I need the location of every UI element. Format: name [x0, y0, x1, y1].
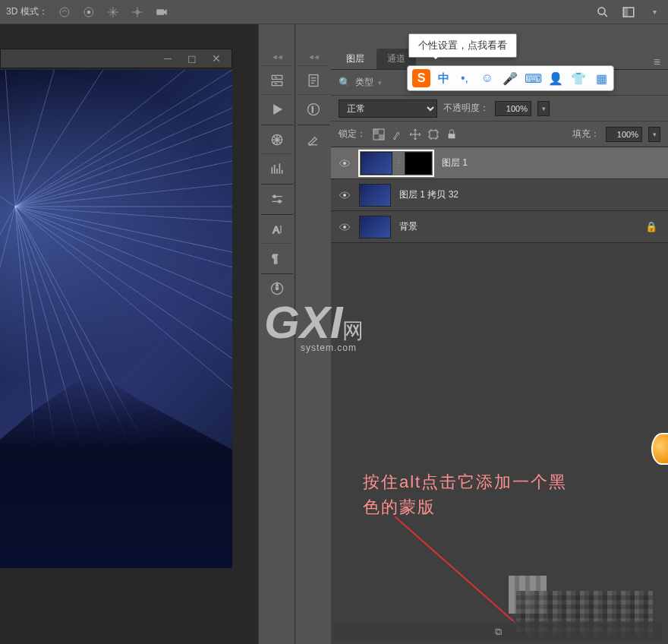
mode-icon-4[interactable] [130, 5, 145, 20]
ime-lang[interactable]: 中 [438, 71, 449, 86]
annotation-text: 按住alt点击它添加一个黑 色的蒙版 [363, 469, 567, 519]
layer-name[interactable]: 图层 1 [442, 156, 468, 169]
svg-rect-37 [272, 81, 282, 85]
svg-point-0 [60, 8, 69, 17]
layer-thumbnail[interactable] [359, 216, 391, 238]
svg-text:A: A [273, 224, 279, 235]
chevron-down-icon[interactable]: ▾ [647, 5, 662, 20]
lock-icon: 🔒 [645, 221, 657, 232]
lock-all-icon[interactable] [445, 128, 458, 141]
tab-layers[interactable]: 图层 [336, 49, 375, 69]
svg-line-24 [15, 70, 152, 207]
canvas[interactable] [0, 70, 232, 568]
blend-mode-select[interactable]: 正常 [339, 99, 437, 118]
history-icon[interactable] [261, 65, 293, 94]
compass-icon[interactable] [261, 273, 293, 302]
lock-position-icon[interactable] [408, 128, 422, 141]
svg-line-25 [0, 70, 15, 207]
lock-image-icon[interactable] [390, 128, 404, 141]
svg-rect-4 [156, 9, 164, 15]
layer-thumbnail[interactable] [361, 152, 392, 175]
info-icon[interactable]: i [298, 94, 329, 123]
workspace-icon[interactable] [621, 5, 636, 20]
layer-thumbnail[interactable] [359, 184, 391, 207]
sliders-icon[interactable] [261, 184, 293, 213]
collapse-icon[interactable]: ◄◄ [272, 53, 282, 61]
histogram-icon[interactable] [261, 153, 293, 182]
visibility-toggle[interactable] [331, 191, 358, 200]
fill-chevron-icon[interactable]: ▾ [648, 127, 660, 142]
svg-rect-36 [272, 75, 282, 79]
opacity-input[interactable] [495, 101, 531, 116]
svg-line-27 [15, 123, 232, 207]
svg-line-10 [15, 108, 232, 207]
collapse-icon[interactable]: ◄◄ [308, 53, 319, 61]
svg-point-2 [87, 10, 90, 14]
tool-strip-right: ◄◄ i [295, 24, 331, 644]
mode-icon-3[interactable] [106, 5, 121, 20]
ime-keyboard-icon[interactable]: ⌨ [525, 71, 540, 86]
fill-label: 填充： [572, 128, 600, 140]
mask-link-icon[interactable]: ⋮ [394, 152, 403, 175]
svg-point-5 [598, 8, 605, 14]
opacity-label: 不透明度： [443, 102, 489, 115]
lock-label: 锁定： [339, 128, 366, 140]
lock-row: 锁定： 填充： ▾ [331, 122, 668, 147]
layer-row[interactable]: 背景 🔒 [331, 211, 668, 243]
svg-text:¶: ¶ [272, 251, 278, 264]
mode-icon-2[interactable] [81, 5, 96, 20]
camera-icon[interactable] [154, 5, 169, 20]
search-icon[interactable]: 🔍 [339, 77, 351, 88]
svg-point-45 [276, 287, 278, 289]
properties-icon[interactable] [298, 65, 329, 94]
ime-user-icon[interactable]: 👤 [548, 71, 563, 86]
chevron-down-icon: ▾ [378, 79, 382, 87]
opacity-chevron-icon[interactable]: ▾ [537, 101, 550, 116]
svg-rect-51 [379, 134, 384, 140]
search-icon[interactable] [595, 5, 610, 20]
visibility-toggle[interactable] [331, 159, 358, 168]
wheel-icon[interactable] [261, 125, 293, 153]
layer-row[interactable]: ⋮ 图层 1 [331, 147, 668, 179]
ime-skin-icon[interactable]: 👕 [571, 71, 586, 86]
layer-row[interactable]: 图层 1 拷贝 32 [331, 179, 668, 211]
fill-input[interactable] [606, 127, 642, 142]
svg-line-9 [15, 70, 232, 207]
svg-rect-7 [623, 8, 628, 17]
brush-preset-icon[interactable] [298, 125, 329, 153]
layer-mask-thumbnail[interactable] [405, 152, 432, 175]
svg-point-54 [343, 162, 346, 165]
panel-menu-icon[interactable]: ≡ [654, 55, 660, 69]
visibility-toggle[interactable] [331, 223, 358, 232]
svg-line-28 [15, 161, 232, 207]
lock-artboard-icon[interactable] [427, 128, 440, 141]
play-icon[interactable] [261, 94, 293, 123]
paragraph-icon[interactable]: ¶ [261, 243, 293, 272]
filter-type-label[interactable]: 类型 [355, 76, 373, 89]
blend-mode-row: 正常 不透明度： ▾ [331, 96, 668, 122]
ime-logo[interactable]: S [412, 69, 430, 87]
layer-name[interactable]: 图层 1 拷贝 32 [399, 188, 458, 201]
layer-panel-footer: ⧉ [334, 621, 662, 642]
ime-toolbar[interactable]: S 中 •, ☺ 🎤 ⌨ 👤 👕 ▦ [407, 65, 614, 91]
ime-face-icon[interactable]: ☺ [480, 71, 495, 86]
svg-point-56 [343, 226, 346, 229]
ime-toolbox-icon[interactable]: ▦ [594, 71, 609, 86]
svg-line-12 [15, 184, 232, 207]
svg-line-13 [15, 207, 232, 222]
ime-tooltip: 个性设置，点我看看 [408, 33, 517, 58]
minimize-button[interactable]: ─ [156, 50, 180, 67]
svg-rect-50 [373, 129, 379, 134]
ime-mic-icon[interactable]: 🎤 [503, 71, 518, 86]
lock-transparent-icon[interactable] [372, 128, 386, 141]
svg-text:i: i [311, 105, 313, 114]
layer-name[interactable]: 背景 [399, 220, 417, 233]
svg-line-23 [15, 70, 76, 207]
close-button[interactable]: ✕ [204, 50, 228, 67]
link-layers-icon[interactable]: ⧉ [495, 626, 502, 638]
mode-icon-1[interactable] [57, 5, 72, 20]
orange-badge [651, 433, 668, 465]
text-a-icon[interactable]: A [261, 214, 293, 243]
maximize-button[interactable]: ◻ [180, 50, 204, 67]
ime-punct-icon[interactable]: •, [457, 71, 472, 86]
